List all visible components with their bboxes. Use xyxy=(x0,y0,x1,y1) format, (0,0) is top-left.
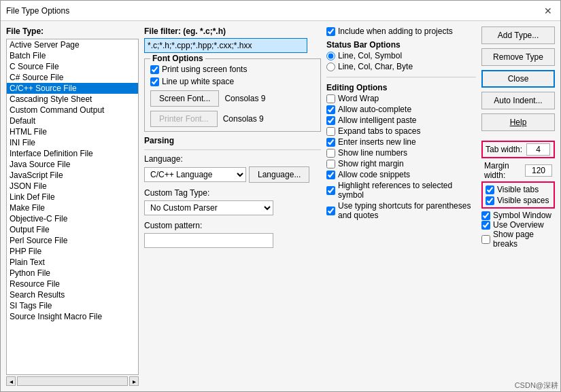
allow-autocomplete-label: Allow auto-complete xyxy=(338,105,411,114)
custom-tag-label: Custom Tag Type: xyxy=(144,188,321,198)
visible-tabs-checkbox[interactable] xyxy=(486,185,494,194)
status-label-line-col-sym: Line, Col, Symbol xyxy=(338,51,402,60)
file-list-item[interactable]: INI File xyxy=(7,137,138,148)
enter-inserts-newline-checkbox[interactable] xyxy=(326,138,335,147)
close-button[interactable]: Close xyxy=(481,70,555,88)
enter-inserts-newline-row: Enter inserts new line xyxy=(326,137,476,147)
line-up-whitespace-checkbox[interactable] xyxy=(150,77,159,86)
language-row: Language: xyxy=(144,154,321,164)
file-list-item[interactable]: Resource File xyxy=(7,279,138,289)
visible-tabs-label: Visible tabs xyxy=(497,185,539,194)
font-options-group: Font Options Print using screen fonts Li… xyxy=(144,58,321,132)
file-list-item[interactable]: Default xyxy=(7,115,138,126)
highlight-references-label: Highlight references to selected symbol xyxy=(338,181,476,200)
file-list-item[interactable]: Java Source File xyxy=(7,159,138,170)
word-wrap-checkbox[interactable] xyxy=(326,94,335,103)
window-close-button[interactable]: ✕ xyxy=(541,4,555,18)
language-button[interactable]: Language... xyxy=(249,166,309,183)
middle-panel: File filter: (eg. *.c;*.h) Font Options … xyxy=(144,26,321,386)
scroll-track[interactable] xyxy=(17,376,128,386)
file-list-item[interactable]: Search Results xyxy=(7,289,138,300)
scroll-right-btn[interactable]: ▸ xyxy=(129,376,139,386)
auto-indent-button[interactable]: Auto Indent... xyxy=(481,92,555,109)
language-select-row: C/C++ Language Language... xyxy=(144,166,321,183)
expand-tabs-label: Expand tabs to spaces xyxy=(338,126,420,136)
include-projects-checkbox[interactable] xyxy=(326,27,335,36)
file-list-item[interactable]: Interface Definition File xyxy=(7,148,138,159)
highlight-references-row: Highlight references to selected symbol xyxy=(326,181,476,200)
tab-width-input[interactable] xyxy=(526,143,550,156)
file-list-item[interactable]: Make File xyxy=(7,202,138,213)
custom-pattern-input[interactable] xyxy=(144,233,273,248)
language-select[interactable]: C/C++ Language xyxy=(144,167,246,182)
file-list-item[interactable]: Python File xyxy=(7,268,138,279)
add-type-button[interactable]: Add Type... xyxy=(481,26,555,44)
show-page-breaks-checkbox[interactable] xyxy=(481,235,490,244)
use-typing-shortcuts-checkbox[interactable] xyxy=(326,207,335,215)
highlight-references-checkbox[interactable] xyxy=(326,186,335,195)
word-wrap-row: Word Wrap xyxy=(326,94,476,103)
screen-font-button[interactable]: Screen Font... xyxy=(150,90,219,107)
font-options-content: Print using screen fonts Line up white s… xyxy=(150,65,315,127)
right-panel: Include when adding to projects Status B… xyxy=(326,26,476,386)
include-row: Include when adding to projects xyxy=(326,26,476,36)
show-right-margin-checkbox[interactable] xyxy=(326,160,335,168)
left-panel: File Type: Active Server PageBatch FileC… xyxy=(6,26,139,386)
file-list-item[interactable]: SI Tags File xyxy=(7,300,138,311)
expand-tabs-checkbox[interactable] xyxy=(326,127,335,136)
status-bar-title: Status Bar Options xyxy=(326,40,476,50)
symbol-window-row: Symbol Window xyxy=(481,211,555,220)
custom-tag-select[interactable]: No Custom Parser xyxy=(144,200,273,215)
status-radio-line-col-sym[interactable] xyxy=(326,52,335,60)
symbol-window-checkbox[interactable] xyxy=(481,211,490,220)
allow-intelligent-paste-checkbox[interactable] xyxy=(326,116,335,125)
file-list-item[interactable]: C# Source File xyxy=(7,72,138,83)
filter-input[interactable] xyxy=(144,38,307,53)
use-overview-checkbox[interactable] xyxy=(481,221,490,230)
scroll-left-btn[interactable]: ◂ xyxy=(6,376,16,386)
file-list-item[interactable]: Objective-C File xyxy=(7,213,138,224)
visible-spaces-checkbox[interactable] xyxy=(486,196,494,205)
status-radio-line-col-char[interactable] xyxy=(326,63,335,71)
remove-type-button[interactable]: Remove Type xyxy=(481,48,555,66)
file-type-list[interactable]: Active Server PageBatch FileC Source Fil… xyxy=(6,39,139,375)
file-list-item[interactable]: Link Def File xyxy=(7,192,138,202)
file-list-item[interactable]: PHP File xyxy=(7,246,138,257)
allow-code-snippets-checkbox[interactable] xyxy=(326,171,335,179)
show-line-numbers-row: Show line numbers xyxy=(326,148,476,158)
main-window: File Type Options ✕ File Type: Active Se… xyxy=(0,0,561,392)
margin-width-row: Margin width: xyxy=(481,160,555,181)
file-list-item[interactable]: JSON File xyxy=(7,181,138,192)
file-list-item[interactable]: JavaScript File xyxy=(7,170,138,181)
file-list-item[interactable]: Perl Source File xyxy=(7,235,138,246)
allow-code-snippets-label: Allow code snippets xyxy=(338,170,410,179)
screen-font-value: Consolas 9 xyxy=(224,94,265,103)
file-list-item[interactable]: Active Server Page xyxy=(7,39,138,50)
file-list-item[interactable]: C Source File xyxy=(7,61,138,72)
margin-width-input[interactable] xyxy=(525,164,552,177)
file-list-item[interactable]: Custom Command Output xyxy=(7,105,138,115)
visible-spaces-label: Visible spaces xyxy=(497,196,549,205)
file-list-item[interactable]: Plain Text xyxy=(7,257,138,268)
parsing-section: Parsing Language: C/C++ Language Languag… xyxy=(144,136,321,248)
visible-spaces-row: Visible spaces xyxy=(486,196,551,205)
file-list-item[interactable]: Cascading Style Sheet xyxy=(7,94,138,105)
file-list-item[interactable]: Output File xyxy=(7,224,138,235)
file-list-item[interactable]: Source Insight Macro File xyxy=(7,311,138,322)
allow-autocomplete-checkbox[interactable] xyxy=(326,105,335,114)
use-typing-shortcuts-row: Use typing shortcuts for parentheses and… xyxy=(326,201,476,220)
file-list-item[interactable]: C/C++ Source File xyxy=(7,83,138,94)
allow-intelligent-paste-row: Allow intelligent paste xyxy=(326,115,476,125)
font-options-title: Font Options xyxy=(150,54,205,63)
window-title: File Type Options xyxy=(6,6,69,16)
print-screen-fonts-checkbox[interactable] xyxy=(150,65,159,74)
help-button[interactable]: Help xyxy=(481,113,555,131)
file-list-item[interactable]: HTML File xyxy=(7,126,138,137)
file-list-scrollbar[interactable]: ◂ ▸ xyxy=(6,376,139,386)
use-typing-shortcuts-label: Use typing shortcuts for parentheses and… xyxy=(338,201,476,220)
file-list-item[interactable]: Batch File xyxy=(7,50,138,61)
show-line-numbers-checkbox[interactable] xyxy=(326,149,335,158)
printer-font-button[interactable]: Printer Font... xyxy=(150,111,218,127)
print-screen-fonts-label: Print using screen fonts xyxy=(162,65,247,74)
divider xyxy=(326,77,476,77)
